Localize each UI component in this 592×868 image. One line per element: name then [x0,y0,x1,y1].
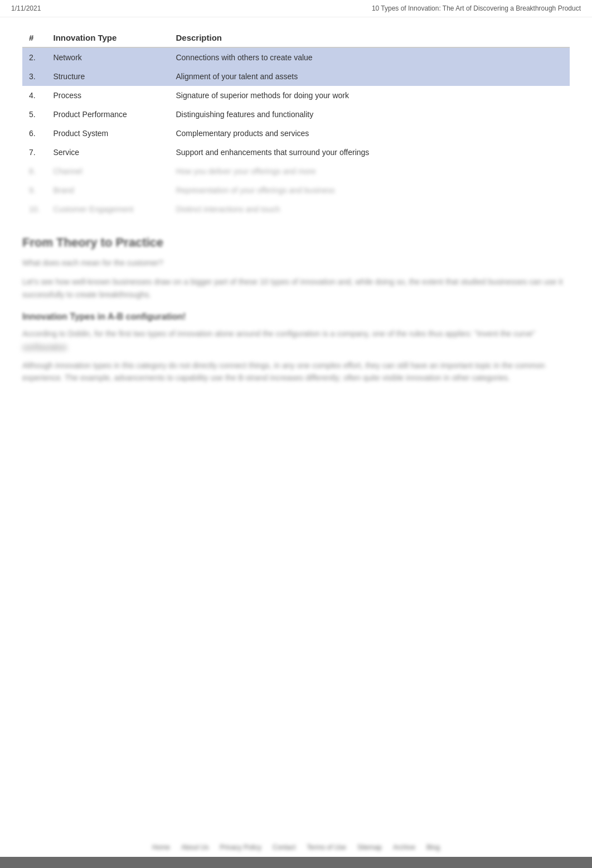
innovation-types-para1: According to Doblin, for the first two t… [22,327,570,353]
theory-heading: From Theory to Practice [22,235,570,250]
cell-desc: Support and enhancements that surround y… [169,143,570,162]
cell-desc: Alignment of your talent and assets [169,67,570,86]
cell-num: 5. [22,105,46,124]
cell-desc: Signature of superior methods for doing … [169,86,570,105]
cell-type: Service [46,143,169,162]
cell-type: Brand [46,181,169,200]
theory-para1: Let's see how well-known businesses draw… [22,276,570,301]
table-row: 3.StructureAlignment of your talent and … [22,67,570,86]
footer-link-item[interactable]: Blog [426,843,440,851]
footer-link-item[interactable]: Sitemap [357,843,382,851]
cell-type: Channel [46,162,169,181]
footer-link-item[interactable]: Terms of Use [307,843,346,851]
cell-desc: Connections with others to create value [169,47,570,67]
table-row: 6.Product SystemComplementary products a… [22,124,570,143]
cell-type: Structure [46,67,169,86]
table-row: 2.NetworkConnections with others to crea… [22,47,570,67]
cell-type: Product Performance [46,105,169,124]
cell-num: 6. [22,124,46,143]
cell-num: 8. [22,162,46,181]
footer-link-item[interactable]: Contact [273,843,295,851]
col-header-desc: Description [169,28,570,47]
footer-link-item[interactable]: Privacy Policy [220,843,261,851]
date: 1/11/2021 [11,4,41,12]
cell-num: 4. [22,86,46,105]
table-header-row: # Innovation Type Description [22,28,570,47]
theory-subheading: What does each mean for the customer? [22,257,570,269]
cell-num: 10. [22,200,46,219]
footer: HomeAbout UsPrivacy PolicyContactTerms o… [0,838,592,868]
cell-type: Product System [46,124,169,143]
footer-links: HomeAbout UsPrivacy PolicyContactTerms o… [0,838,592,857]
content-area: # Innovation Type Description 2.NetworkC… [0,17,592,413]
table-row: 7.ServiceSupport and enhancements that s… [22,143,570,162]
table-row: 10.Customer EngagementDistinct interacti… [22,200,570,219]
cell-desc: Representation of your offerings and bus… [169,181,570,200]
innovation-types-heading: Innovation Types in A-B configuration! [22,312,570,322]
col-header-num: # [22,28,46,47]
innovation-table: # Innovation Type Description 2.NetworkC… [22,28,570,219]
cell-num: 2. [22,47,46,67]
page-title: 10 Types of Innovation: The Art of Disco… [372,4,581,12]
table-row: 4.ProcessSignature of superior methods f… [22,86,570,105]
cell-type: Process [46,86,169,105]
cell-desc: How you deliver your offerings and more [169,162,570,181]
table-row: 8.ChannelHow you deliver your offerings … [22,162,570,181]
cell-num: 9. [22,181,46,200]
config-link[interactable]: configuration [22,342,67,351]
table-row: 5.Product PerformanceDistinguishing feat… [22,105,570,124]
cell-type: Network [46,47,169,67]
table-row: 9.BrandRepresentation of your offerings … [22,181,570,200]
cell-type: Customer Engagement [46,200,169,219]
footer-link-item[interactable]: Archive [393,843,415,851]
col-header-type: Innovation Type [46,28,169,47]
footer-bar [0,857,592,868]
cell-desc: Complementary products and services [169,124,570,143]
footer-link-item[interactable]: About Us [181,843,208,851]
page-meta: 1/11/2021 10 Types of Innovation: The Ar… [0,0,592,17]
cell-desc: Distinguishing features and functionalit… [169,105,570,124]
innovation-types-para2: Although innovation types in this catego… [22,359,570,384]
cell-num: 7. [22,143,46,162]
footer-link-item[interactable]: Home [152,843,170,851]
cell-num: 3. [22,67,46,86]
cell-desc: Distinct interactions and touch [169,200,570,219]
